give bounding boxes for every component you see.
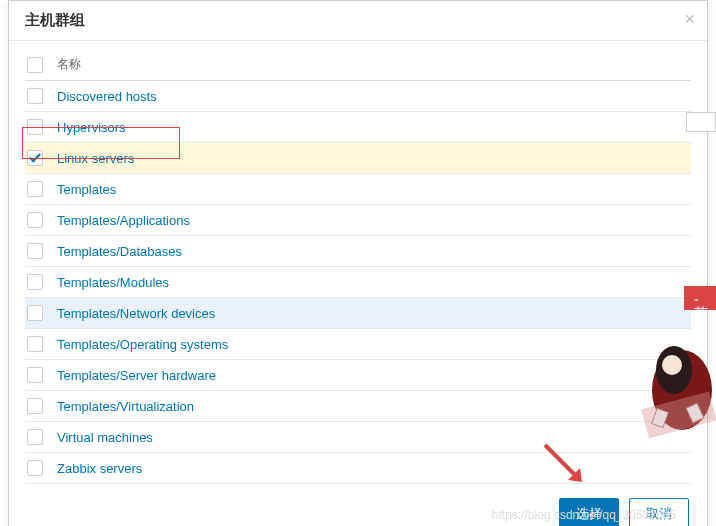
host-group-modal: 主机群组 × 名称 Discovered hostsHypervisorsLin… xyxy=(8,0,708,526)
host-group-link[interactable]: Virtual machines xyxy=(57,430,153,445)
table-row[interactable]: Templates/Server hardware xyxy=(25,360,691,391)
row-checkbox[interactable] xyxy=(27,181,43,197)
background-input-fragment xyxy=(686,112,716,132)
table-row[interactable]: Templates/Applications xyxy=(25,205,691,236)
modal-header: 主机群组 × xyxy=(9,1,707,41)
row-checkbox[interactable] xyxy=(27,336,43,352)
host-group-link[interactable]: Zabbix servers xyxy=(57,461,142,476)
column-header-name: 名称 xyxy=(57,56,81,73)
table-row[interactable]: Hypervisors xyxy=(25,112,691,143)
row-checkbox[interactable] xyxy=(27,274,43,290)
host-group-link[interactable]: Linux servers xyxy=(57,151,134,166)
host-group-link[interactable]: Templates/Server hardware xyxy=(57,368,216,383)
table-row[interactable]: Templates xyxy=(25,174,691,205)
host-group-link[interactable]: Templates/Network devices xyxy=(57,306,215,321)
modal-title: 主机群组 xyxy=(25,11,85,28)
host-group-link[interactable]: Templates/Databases xyxy=(57,244,182,259)
row-checkbox[interactable] xyxy=(27,305,43,321)
host-group-link[interactable]: Discovered hosts xyxy=(57,89,157,104)
table-row[interactable]: Templates/Operating systems xyxy=(25,329,691,360)
row-checkbox[interactable] xyxy=(27,429,43,445)
host-group-link[interactable]: Templates/Virtualization xyxy=(57,399,194,414)
select-all-checkbox[interactable] xyxy=(27,57,43,73)
table-row[interactable]: Templates/Modules xyxy=(25,267,691,298)
row-checkbox[interactable] xyxy=(27,243,43,259)
host-group-link[interactable]: Hypervisors xyxy=(57,120,126,135)
table-row[interactable]: Templates/Network devices xyxy=(25,298,691,329)
host-group-link[interactable]: Templates xyxy=(57,182,116,197)
row-checkbox[interactable] xyxy=(27,398,43,414)
row-checkbox[interactable] xyxy=(27,212,43,228)
row-checkbox[interactable] xyxy=(27,150,43,166)
close-icon[interactable]: × xyxy=(684,9,695,30)
table-row[interactable]: Discovered hosts xyxy=(25,81,691,112)
host-group-link[interactable]: Templates/Operating systems xyxy=(57,337,228,352)
row-checkbox[interactable] xyxy=(27,88,43,104)
host-group-link[interactable]: Templates/Modules xyxy=(57,275,169,290)
row-checkbox[interactable] xyxy=(27,119,43,135)
table-row[interactable]: Templates/Virtualization xyxy=(25,391,691,422)
modal-content: 名称 Discovered hostsHypervisorsLinux serv… xyxy=(9,41,707,488)
table-row[interactable]: Linux servers xyxy=(25,143,691,174)
table-row[interactable]: Zabbix servers xyxy=(25,453,691,484)
watermark-text: https://blog.csdn.net/qq_30532605 xyxy=(492,508,676,522)
table-row[interactable]: Virtual machines xyxy=(25,422,691,453)
row-checkbox[interactable] xyxy=(27,367,43,383)
row-checkbox[interactable] xyxy=(27,460,43,476)
table-header-row: 名称 xyxy=(25,49,691,81)
host-group-link[interactable]: Templates/Applications xyxy=(57,213,190,228)
table-row[interactable]: Templates/Databases xyxy=(25,236,691,267)
